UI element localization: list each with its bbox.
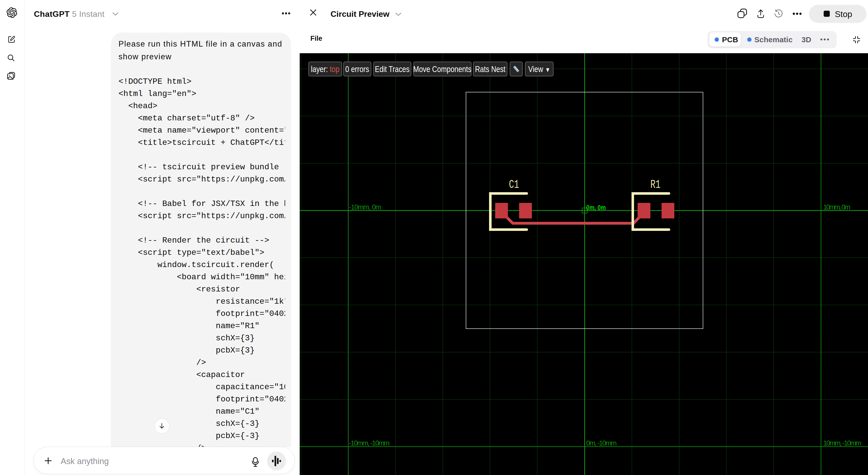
svg-text:C1: C1 [509, 178, 519, 192]
svg-text:10mm, 0m: 10mm, 0m [823, 203, 850, 211]
svg-text:R1: R1 [650, 178, 660, 192]
svg-text:10mm, -10mm: 10mm, -10mm [823, 439, 861, 447]
svg-text:0m, -10mm: 0m, -10mm [586, 439, 617, 447]
svg-text:-10mm, 0m: -10mm, 0m [349, 203, 381, 211]
svg-text:-10mm, -10mm: -10mm, -10mm [349, 439, 390, 447]
svg-text:0m, 0m: 0m, 0m [586, 204, 606, 211]
